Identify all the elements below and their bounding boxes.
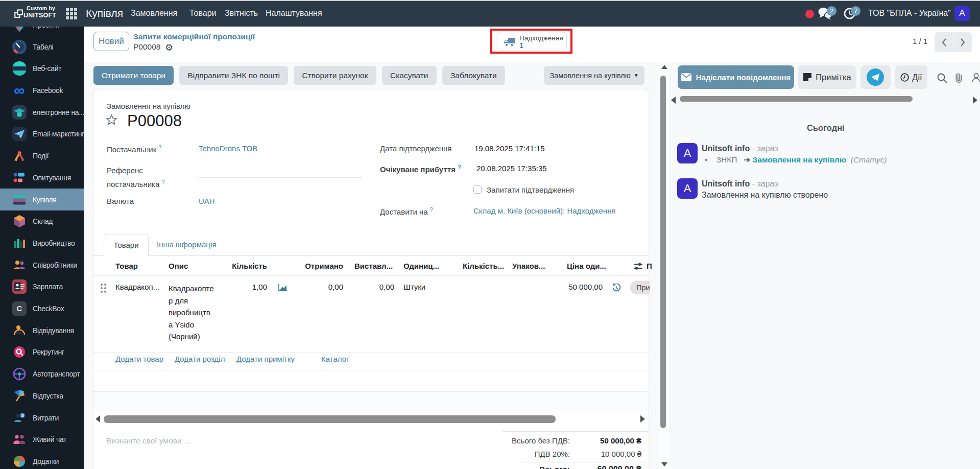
svg-text:$: $ xyxy=(21,413,23,418)
